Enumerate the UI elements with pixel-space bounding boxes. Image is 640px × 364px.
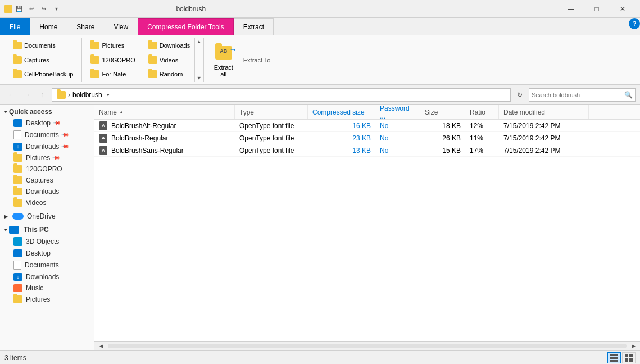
ribbon-favorites-col2: Pictures 120GOPRO For Nate (82, 38, 144, 82)
file-name-cell: A BoldBrushSans-Regular (94, 144, 235, 156)
folder-icon (148, 70, 157, 78)
address-bar: ← → ↑ › boldbrush ▾ ↻ 🔍 (0, 85, 640, 105)
help-button[interactable]: ? (629, 18, 640, 29)
sidebar-item-pictures[interactable]: Pictures 📌 (0, 152, 94, 163)
breadcrumb-dropdown-icon[interactable]: ▾ (107, 92, 110, 98)
col-header-password[interactable]: Password ... (375, 105, 420, 119)
sidebar-thispc-header[interactable]: ▾ This PC (0, 224, 94, 235)
view-large-icons-button[interactable] (622, 352, 636, 363)
file-compressed-cell: 16 KB (308, 120, 375, 131)
fav-120gopro[interactable]: 120GOPRO (87, 54, 139, 66)
col-header-size[interactable]: Size (420, 105, 465, 119)
sidebar-item-documents[interactable]: Documents 📌 (0, 129, 94, 141)
sidebar-item-captures[interactable]: Captures (0, 175, 94, 186)
svg-rect-1 (8, 6, 11, 8)
col-header-name[interactable]: Name ▲ (94, 105, 235, 119)
fav-random[interactable]: Random (144, 69, 194, 80)
file-list-body: A BoldBrushAlt-Regular OpenType font fil… (94, 120, 640, 341)
back-button[interactable]: ← (4, 88, 18, 102)
view-details-button[interactable] (607, 352, 621, 363)
folder-icon (148, 42, 157, 49)
refresh-button[interactable]: ↻ (513, 88, 526, 102)
sidebar-quick-access-header[interactable]: ▾ Quick access (0, 106, 94, 117)
sidebar-item-desktop[interactable]: Desktop 📌 (0, 117, 94, 129)
fav-fornate[interactable]: For Nate (87, 69, 139, 80)
chevron-down-icon: ▾ (4, 228, 7, 233)
sidebar-item-downloads[interactable]: ↓ Downloads 📌 (0, 141, 94, 152)
fav-documents[interactable]: Documents (9, 40, 77, 51)
forward-button[interactable]: → (20, 88, 34, 102)
fav-cellphonebackup[interactable]: CellPhoneBackup (9, 69, 77, 80)
fav-pictures[interactable]: Pictures (87, 40, 139, 51)
ribbon-tab-row: File Home Share View Compressed Folder T… (0, 18, 640, 35)
minimize-button[interactable]: — (558, 0, 584, 18)
sidebar-item-pictures-pc[interactable]: Pictures (0, 294, 94, 305)
ribbon-scroll-up[interactable]: ▲ (195, 38, 203, 46)
table-row[interactable]: A BoldBrush-Regular OpenType font file 2… (94, 132, 640, 144)
ribbon: File Home Share View Compressed Folder T… (0, 18, 640, 85)
sidebar-item-music[interactable]: Music (0, 283, 94, 294)
tab-extract[interactable]: Extract (234, 18, 274, 35)
sidebar-item-videos[interactable]: Videos (0, 197, 94, 208)
svg-rect-2 (6, 9, 8, 11)
sidebar-item-downloads-pc[interactable]: ↓ Downloads (0, 271, 94, 283)
breadcrumb-bar[interactable]: › boldbrush ▾ (52, 88, 511, 102)
ribbon-content: Documents Captures CellPhoneBackup Pictu… (0, 35, 640, 84)
table-row[interactable]: A BoldBrushSans-Regular OpenType font fi… (94, 144, 640, 157)
sidebar-item-3dobjects[interactable]: 3D Objects (0, 235, 94, 248)
scroll-track[interactable] (108, 344, 627, 348)
fav-videos[interactable]: Videos (144, 54, 194, 66)
downloads-icon: ↓ (13, 273, 22, 281)
tab-home[interactable]: Home (30, 18, 67, 35)
3dobjects-icon (13, 237, 22, 246)
quick-access-undo[interactable]: ↩ (26, 3, 37, 15)
extract-all-button[interactable]: AB → Extractall (208, 40, 239, 80)
col-header-type[interactable]: Type (235, 105, 308, 119)
tab-compressed-folder-tools: Compressed Folder Tools (138, 18, 234, 35)
quick-access-dropdown[interactable]: ▾ (51, 3, 62, 15)
svg-rect-5 (610, 357, 618, 359)
maximize-button[interactable]: □ (584, 0, 610, 18)
file-compressed-cell: 13 KB (308, 144, 375, 156)
svg-rect-7 (625, 354, 628, 357)
breadcrumb-folder-icon (57, 91, 66, 99)
ribbon-favorites-col1: Documents Captures CellPhoneBackup (4, 38, 82, 82)
file-date-cell: 7/15/2019 2:42 PM (499, 132, 589, 144)
scroll-right-button[interactable]: ▶ (629, 342, 638, 351)
up-button[interactable]: ↑ (36, 88, 49, 102)
folder-icon (13, 176, 22, 184)
horizontal-scrollbar[interactable]: ◀ ▶ (94, 341, 640, 350)
chevron-down-icon: ▾ (4, 110, 7, 115)
table-row[interactable]: A BoldBrushAlt-Regular OpenType font fil… (94, 120, 640, 132)
fav-captures[interactable]: Captures (9, 54, 77, 66)
tab-view[interactable]: View (104, 18, 138, 35)
quick-access-save[interactable]: 💾 (13, 3, 25, 15)
chevron-right-icon: ▶ (4, 214, 8, 219)
sidebar: ▾ Quick access Desktop 📌 Documents 📌 ↓ D… (0, 105, 94, 350)
scroll-left-button[interactable]: ◀ (97, 342, 106, 351)
sidebar-item-120gopro[interactable]: 120GOPRO (0, 163, 94, 175)
col-header-ratio[interactable]: Ratio (465, 105, 499, 119)
close-button[interactable]: ✕ (610, 0, 636, 18)
fav-downloads[interactable]: Downloads (144, 40, 194, 51)
sidebar-item-desktop-pc[interactable]: Desktop (0, 248, 94, 259)
quick-access-redo[interactable]: ↪ (38, 3, 49, 15)
svg-rect-10 (629, 358, 633, 362)
svg-rect-8 (629, 354, 633, 357)
folder-icon (148, 56, 157, 64)
sidebar-item-downloads2[interactable]: Downloads (0, 186, 94, 197)
tab-share[interactable]: Share (67, 18, 104, 35)
search-icon[interactable]: 🔍 (624, 91, 633, 99)
tab-file[interactable]: File (0, 18, 30, 35)
pin-icon: 📌 (61, 131, 70, 139)
search-input[interactable] (532, 92, 624, 98)
sidebar-item-documents-pc[interactable]: Documents (0, 259, 94, 271)
search-bar[interactable]: 🔍 (529, 88, 636, 102)
ribbon-scroll-down[interactable]: ▼ (195, 74, 203, 82)
col-header-date[interactable]: Date modified (499, 105, 589, 119)
file-type-cell: OpenType font file (235, 132, 308, 144)
svg-rect-6 (610, 360, 618, 362)
svg-rect-3 (8, 9, 11, 11)
col-header-compressed[interactable]: Compressed size (308, 105, 375, 119)
sidebar-item-onedrive[interactable]: ▶ OneDrive (0, 211, 94, 222)
